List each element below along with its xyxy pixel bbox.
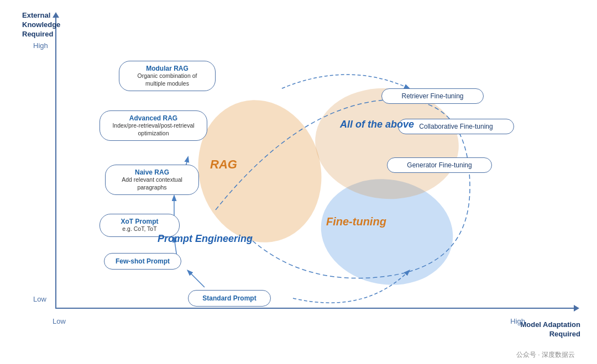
svg-line-3 <box>188 271 205 287</box>
advanced-rag-box: Advanced RAG Index/pre-retrieval/post-re… <box>100 110 207 141</box>
generator-ft-box: Generator Fine-tuning <box>387 157 492 173</box>
chart-container: External Knowledge Required Model Adapta… <box>22 11 580 342</box>
collaborative-ft-box: Collaborative Fine-tuning <box>398 119 514 134</box>
y-high-label: High <box>33 41 48 50</box>
naive-rag-box: Naive RAG Add relevant contextualparagra… <box>105 165 199 195</box>
all-above-label: All of the above <box>340 119 414 130</box>
prompt-engineering-label: Prompt Engineering <box>158 233 253 245</box>
modular-rag-box: Modular RAG Organic combination of multi… <box>119 61 216 91</box>
few-shot-box: Few-shot Prompt <box>104 253 181 270</box>
fine-tuning-label: Fine-tuning <box>326 215 386 228</box>
rag-label: RAG <box>210 157 237 172</box>
standard-prompt-box: Standard Prompt <box>188 290 271 307</box>
watermark: 公众号 · 深度数据云 <box>516 350 575 360</box>
y-axis-title: External Knowledge Required <box>22 11 53 39</box>
retriever-ft-box: Retriever Fine-tuning <box>381 88 484 104</box>
y-low-label: Low <box>33 295 46 303</box>
svg-point-0 <box>182 86 337 256</box>
